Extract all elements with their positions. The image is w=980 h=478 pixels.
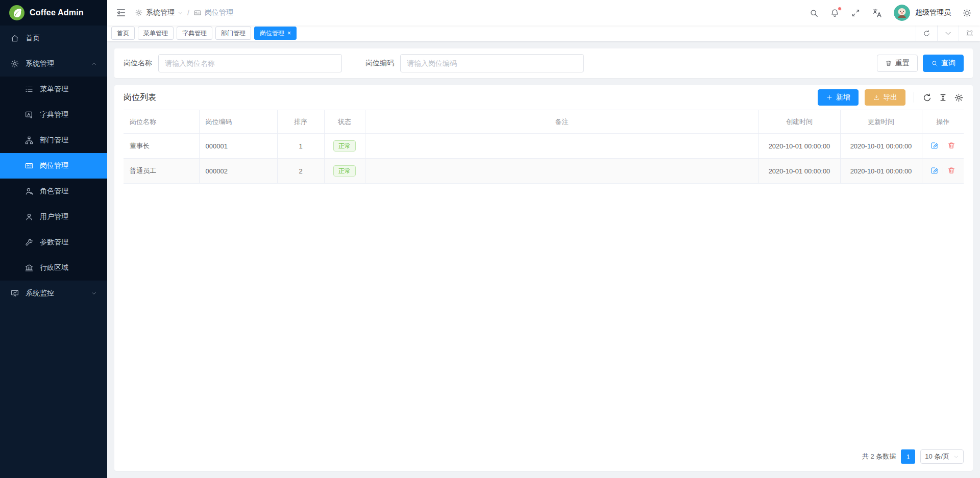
username: 超级管理员 — [915, 8, 951, 17]
page-button-1[interactable]: 1 — [901, 449, 915, 464]
cell-remark — [365, 134, 758, 159]
translate-icon[interactable] — [872, 8, 883, 18]
reset-button[interactable]: 重置 — [877, 55, 918, 72]
search-icon[interactable] — [809, 8, 819, 18]
post-name-label: 岗位名称 — [124, 59, 152, 68]
sidebar-item-param-management[interactable]: 参数管理 — [0, 230, 107, 255]
tabbar-tools — [916, 26, 980, 41]
tab-dept-management[interactable]: 部门管理 — [215, 27, 251, 40]
col-header-sort: 排序 — [277, 110, 324, 134]
page-content: 岗位名称 岗位编码 重置 查询 — [107, 41, 980, 478]
app-root: Coffee Admin 首页 系统管理 菜单管理 字典管理 — [0, 0, 980, 478]
pagination-total: 共 2 条数据 — [862, 452, 896, 461]
col-header-actions: 操作 — [922, 110, 964, 134]
query-button[interactable]: 查询 — [923, 55, 964, 72]
chevron-up-icon — [91, 61, 97, 67]
settings-gear-icon[interactable] — [962, 8, 972, 18]
sidebar-item-home[interactable]: 首页 — [0, 26, 107, 51]
maximize-icon — [966, 30, 973, 37]
col-header-status: 状态 — [324, 110, 365, 134]
cell-name: 董事长 — [124, 134, 199, 159]
toolbar-divider — [914, 92, 914, 103]
sidebar-item-label: 部门管理 — [40, 136, 68, 145]
status-badge: 正常 — [333, 140, 356, 152]
chevron-down-icon — [944, 30, 952, 37]
sidebar-item-system-monitor[interactable]: 系统监控 — [0, 281, 107, 306]
breadcrumb-label: 岗位管理 — [205, 8, 233, 17]
post-name-input[interactable] — [158, 54, 342, 72]
sidebar-item-role-management[interactable]: 角色管理 — [0, 179, 107, 204]
bank-icon — [24, 263, 34, 272]
delete-icon[interactable] — [947, 141, 955, 149]
sidebar-item-label: 用户管理 — [40, 212, 68, 221]
export-button[interactable]: 导出 — [865, 89, 905, 106]
table-row: 董事长 000001 1 正常 2020-10-01 00:00:00 2020… — [124, 134, 964, 159]
sidebar-item-dict-management[interactable]: 字典管理 — [0, 102, 107, 128]
post-list-header: 岗位列表 新增 导出 — [124, 85, 964, 110]
maximize-content-button[interactable] — [959, 26, 980, 41]
sidebar-item-menu-management[interactable]: 菜单管理 — [0, 77, 107, 102]
tab-label: 菜单管理 — [143, 27, 168, 39]
cell-sort: 2 — [277, 159, 324, 184]
page-size-select[interactable]: 10 条/页 — [920, 449, 964, 464]
sidebar-item-post-management[interactable]: 岗位管理 — [0, 153, 107, 179]
chevron-down-icon — [953, 454, 959, 460]
close-icon[interactable]: × — [287, 30, 291, 36]
tab-label: 字典管理 — [182, 27, 207, 39]
page-size-value: 10 条/页 — [925, 452, 949, 461]
breadcrumb-system-management[interactable]: 系统管理 — [135, 8, 183, 17]
edit-icon[interactable] — [930, 166, 939, 174]
sidebar-item-label: 参数管理 — [40, 238, 68, 247]
status-badge: 正常 — [333, 165, 356, 177]
table-header-row: 岗位名称 岗位编码 排序 状态 备注 创建时间 更新时间 操作 — [124, 110, 964, 134]
tab-menu-management[interactable]: 菜单管理 — [138, 27, 174, 40]
delete-icon[interactable] — [947, 166, 955, 174]
sidebar-menu: 首页 系统管理 菜单管理 字典管理 部门管理 — [0, 26, 107, 478]
download-icon — [873, 94, 880, 101]
tab-options-button[interactable] — [937, 26, 959, 41]
search-icon — [931, 60, 938, 67]
cell-created: 2020-10-01 00:00:00 — [758, 134, 840, 159]
add-button[interactable]: 新增 — [818, 89, 859, 106]
post-list-card: 岗位列表 新增 导出 — [114, 85, 973, 471]
system-management-submenu: 菜单管理 字典管理 部门管理 岗位管理 角色管理 — [0, 77, 107, 281]
tabs: 首页 菜单管理 字典管理 部门管理 岗位管理 × — [107, 27, 916, 40]
notifications-button[interactable] — [830, 8, 840, 18]
tab-home[interactable]: 首页 — [111, 27, 135, 40]
app-logo[interactable]: Coffee Admin — [0, 0, 107, 26]
tab-dict-management[interactable]: 字典管理 — [177, 27, 212, 40]
avatar — [894, 5, 910, 21]
id-badge-icon — [24, 161, 34, 170]
breadcrumb-post-management: 岗位管理 — [193, 8, 233, 17]
post-code-input[interactable] — [400, 54, 584, 72]
sidebar-item-user-management[interactable]: 用户管理 — [0, 204, 107, 230]
gear-icon — [135, 9, 143, 17]
main-area: 系统管理 / 岗位管理 — [107, 0, 980, 478]
breadcrumb: 系统管理 / 岗位管理 — [135, 8, 233, 17]
app-title: Coffee Admin — [30, 8, 84, 17]
table-row: 普通员工 000002 2 正常 2020-10-01 00:00:00 202… — [124, 159, 964, 184]
sidebar-item-dept-management[interactable]: 部门管理 — [0, 128, 107, 153]
cell-updated: 2020-10-01 00:00:00 — [840, 134, 922, 159]
post-code-label: 岗位编码 — [365, 59, 394, 68]
cell-code: 000002 — [199, 159, 277, 184]
fullscreen-icon[interactable] — [851, 8, 861, 18]
refresh-tab-button[interactable] — [916, 26, 937, 41]
query-label: 查询 — [941, 59, 955, 68]
sidebar-item-label: 菜单管理 — [40, 85, 68, 94]
user-icon — [24, 212, 34, 221]
col-header-name: 岗位名称 — [124, 110, 199, 134]
user-menu[interactable]: 超级管理员 — [894, 5, 951, 21]
cell-status: 正常 — [324, 134, 365, 159]
tab-post-management[interactable]: 岗位管理 × — [254, 27, 297, 40]
chevron-down-icon — [91, 290, 97, 296]
row-height-icon[interactable] — [938, 93, 948, 103]
refresh-icon[interactable] — [922, 93, 932, 103]
column-settings-gear-icon[interactable] — [954, 93, 964, 103]
card-title: 岗位列表 — [124, 92, 156, 103]
sidebar-collapse-icon[interactable] — [115, 7, 127, 18]
edit-icon[interactable] — [930, 141, 939, 149]
wrench-icon — [24, 238, 34, 247]
sidebar-item-system-management[interactable]: 系统管理 — [0, 51, 107, 77]
sidebar-item-admin-region[interactable]: 行政区域 — [0, 255, 107, 281]
